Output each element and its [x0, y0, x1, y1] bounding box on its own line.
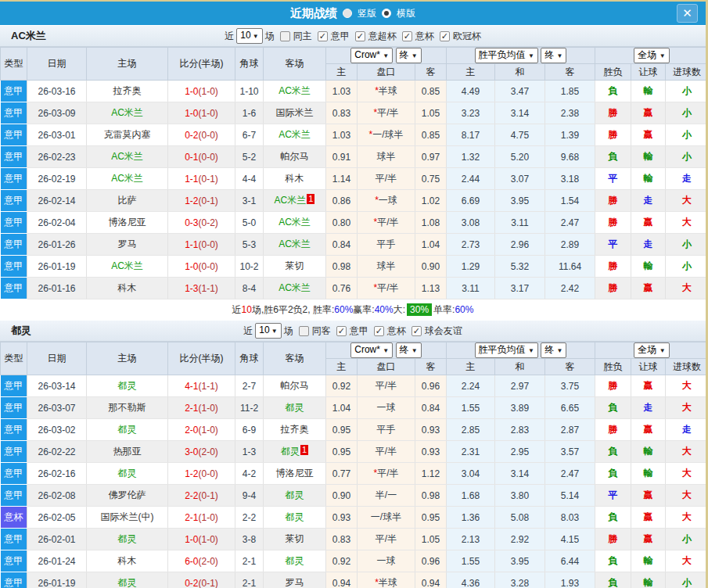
home-team-name: 科木 — [118, 282, 137, 293]
avg-odds-select[interactable]: 胜平负均值 ▼ — [475, 342, 538, 358]
match-date: 26-02-08 — [27, 485, 87, 507]
filter-checkbox-3[interactable]: ✓ — [402, 31, 412, 41]
odds-source-select[interactable]: Crow* ▼ — [350, 48, 393, 63]
avg-home-odds: 4.36 — [447, 572, 495, 588]
filter-checkbox-label-0[interactable]: 同主 — [293, 30, 312, 43]
chevron-down-icon: ▼ — [659, 347, 666, 354]
close-button[interactable]: ✕ — [677, 4, 698, 23]
result-handicap: 贏 — [631, 507, 666, 529]
match-type-badge: 意甲 — [1, 81, 27, 102]
away-team-name: 都灵 — [286, 555, 304, 566]
col-header-type: 类型 — [1, 48, 27, 81]
handicap-line: 平/半 — [358, 375, 415, 397]
halftime-score: (0-1) — [199, 174, 218, 185]
avg-draw-odds: 2.92 — [495, 529, 545, 550]
avg-away-odds: 8.03 — [545, 507, 595, 529]
home-team-cell: 热那亚 — [87, 441, 168, 463]
filter-checkbox-label-1[interactable]: 意甲 — [331, 30, 350, 43]
filter-checkbox-0[interactable] — [299, 326, 309, 336]
filter-checkbox-0[interactable] — [280, 31, 290, 41]
filter-checkbox-4[interactable]: ✓ — [440, 31, 450, 41]
home-team-cell: 都灵 — [87, 419, 168, 441]
avg-odds-select[interactable]: 胜平负均值 ▼ — [475, 48, 538, 63]
result-handicap: 贏 — [631, 529, 666, 550]
filter-checkbox-1[interactable]: ✓ — [336, 326, 347, 336]
col-header-odds-home: 主 — [326, 64, 358, 81]
avg-home-odds: 2.31 — [447, 441, 495, 463]
filter-checkbox-label-0[interactable]: 同客 — [312, 324, 331, 338]
summary-part-5: 40% — [375, 304, 394, 315]
summary-part-9: 60% — [455, 304, 473, 315]
filter-checkbox-label-2[interactable]: 意杯 — [387, 324, 406, 338]
home-team-name: 博洛尼亚 — [109, 217, 146, 228]
section-header: 都灵 近10 ▼场同客✓意甲✓意杯✓球会友谊 — [0, 320, 706, 342]
away-odds: 0.84 — [415, 397, 447, 419]
horizontal-layout-label[interactable]: 横版 — [397, 7, 415, 20]
filter-checkbox-label-3[interactable]: 意杯 — [415, 30, 434, 43]
odds-source-select[interactable]: Crow* ▼ — [350, 342, 393, 358]
handicap-text: 一球 — [379, 195, 397, 206]
home-odds: 0.95 — [326, 419, 358, 441]
away-team-cell: 都灵1 — [264, 441, 326, 463]
match-type-badge: 意甲 — [1, 397, 27, 419]
result-handicap: 輸 — [631, 81, 666, 102]
corner-count: 2-2 — [235, 507, 264, 529]
fulltime-score: 1-0 — [185, 108, 198, 119]
fulltime-select[interactable]: 全场 ▼ — [634, 48, 669, 63]
halftime-score: (1-0) — [199, 108, 218, 119]
vertical-layout-radio[interactable] — [343, 9, 352, 18]
avg-draw-odds: 5.20 — [495, 146, 545, 168]
away-team-name: 国际米兰 — [276, 107, 314, 118]
away-team-name: 都灵 — [286, 489, 304, 500]
fulltime-score: 0-1 — [185, 152, 198, 163]
match-count-select[interactable]: 10 ▼ — [236, 28, 263, 44]
filter-checkbox-1[interactable]: ✓ — [318, 31, 328, 41]
final-odds-select-2[interactable]: 终 ▼ — [541, 48, 566, 63]
match-type-badge: 意甲 — [1, 124, 27, 146]
match-date: 26-01-26 — [27, 234, 87, 256]
filter-checkbox-3[interactable]: ✓ — [412, 326, 422, 336]
table-row: 意甲26-02-23AC米兰0-1(0-0)5-2帕尔马0.91球半0.971.… — [1, 146, 708, 168]
handicap-line: *平/半 — [358, 102, 415, 124]
match-date: 26-01-19 — [27, 572, 87, 588]
final-odds-select-1[interactable]: 终 ▼ — [396, 342, 422, 358]
home-odds: 0.86 — [326, 190, 358, 212]
filter-checkbox-label-2[interactable]: 意超杯 — [368, 30, 397, 43]
match-date: 26-01-16 — [27, 278, 87, 299]
corner-count: 10-2 — [235, 256, 264, 278]
table-row: 意甲26-02-22热那亚3-0(2-0)1-3都灵10.95平/半0.932.… — [1, 441, 708, 463]
filter-checkbox-2[interactable]: ✓ — [355, 31, 365, 41]
result-winloss: 負 — [595, 441, 631, 463]
filter-checkbox-label-1[interactable]: 意甲 — [350, 324, 368, 338]
home-team-name: 都灵 — [118, 533, 137, 544]
fulltime-select[interactable]: 全场 ▼ — [634, 342, 669, 358]
handicap-text: 一球 — [377, 555, 396, 566]
handicap-line: *平/半 — [358, 278, 415, 299]
match-count-select[interactable]: 10 ▼ — [255, 323, 282, 339]
score-cell: 2-1(1-0) — [168, 507, 235, 529]
away-team-name: 帕尔马 — [281, 151, 309, 162]
final-odds-select-1[interactable]: 终 ▼ — [396, 48, 422, 63]
filter-checkbox-2[interactable]: ✓ — [374, 326, 384, 336]
away-team-cell: 国际米兰 — [264, 102, 326, 124]
horizontal-layout-radio[interactable] — [382, 9, 391, 18]
filter-checkbox-label-3[interactable]: 球会友谊 — [425, 324, 462, 338]
match-type-badge: 意甲 — [1, 102, 27, 124]
table-row: 意甲26-01-26罗马1-1(0-0)5-3AC米兰0.84平手1.042.7… — [1, 234, 708, 256]
home-odds: 0.93 — [326, 507, 358, 529]
final-odds-select-2[interactable]: 终 ▼ — [541, 342, 566, 358]
chevron-down-icon: ▼ — [528, 347, 534, 354]
avg-home-odds: 3.08 — [447, 212, 495, 234]
corner-count: 11-2 — [235, 397, 264, 419]
halftime-score: (1-1) — [199, 381, 218, 392]
result-winloss: 勝 — [595, 124, 631, 146]
corner-count: 6-7 — [235, 124, 264, 146]
home-team-name: 科木 — [118, 555, 137, 566]
fulltime-score: 1-3 — [185, 283, 198, 294]
home-team-name: AC米兰 — [111, 260, 143, 271]
summary-part-7: 30% — [407, 303, 432, 316]
avg-draw-odds: 3.14 — [495, 463, 545, 485]
filter-checkbox-label-4[interactable]: 欧冠杯 — [453, 30, 481, 43]
vertical-layout-label[interactable]: 竖版 — [358, 7, 376, 20]
col-header-home: 主场 — [87, 48, 168, 81]
